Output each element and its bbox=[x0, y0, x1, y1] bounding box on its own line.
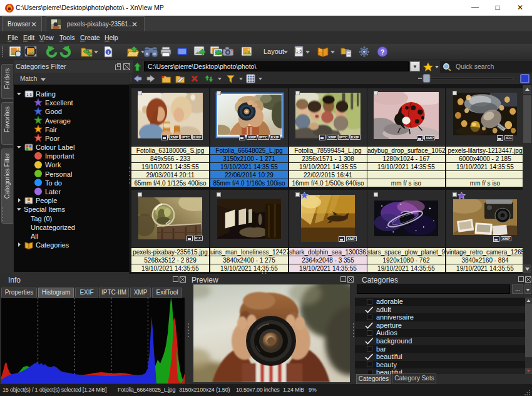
svg-text:Excellent: Excellent bbox=[45, 99, 73, 107]
svg-text:To do: To do bbox=[45, 179, 62, 187]
svg-text:Fair: Fair bbox=[45, 126, 57, 133]
svg-text:1-5: 1-5 bbox=[26, 93, 32, 96]
svg-text:Uncategorized: Uncategorized bbox=[31, 224, 75, 231]
svg-text:1-5: 1-5 bbox=[296, 49, 302, 53]
svg-text:Tag (0): Tag (0) bbox=[31, 215, 52, 222]
svg-text:Layout: Layout bbox=[263, 48, 284, 55]
svg-text:Colour Label: Colour Label bbox=[36, 143, 74, 151]
svg-text:Poor: Poor bbox=[45, 135, 60, 142]
svg-text:Good: Good bbox=[45, 108, 62, 115]
svg-text:Average: Average bbox=[45, 117, 71, 125]
svg-text:i: i bbox=[108, 50, 109, 55]
svg-text:Rating: Rating bbox=[36, 90, 56, 98]
svg-text:Categories: Categories bbox=[36, 241, 69, 249]
svg-text:?: ? bbox=[381, 48, 385, 56]
svg-text:Important: Important bbox=[45, 152, 74, 160]
svg-text:Personal: Personal bbox=[45, 170, 72, 178]
svg-text:People: People bbox=[36, 197, 57, 204]
svg-text:Work: Work bbox=[45, 161, 61, 169]
svg-text:All: All bbox=[31, 232, 38, 240]
svg-text:Later: Later bbox=[45, 188, 61, 195]
svg-text:Special Items: Special Items bbox=[24, 206, 66, 213]
